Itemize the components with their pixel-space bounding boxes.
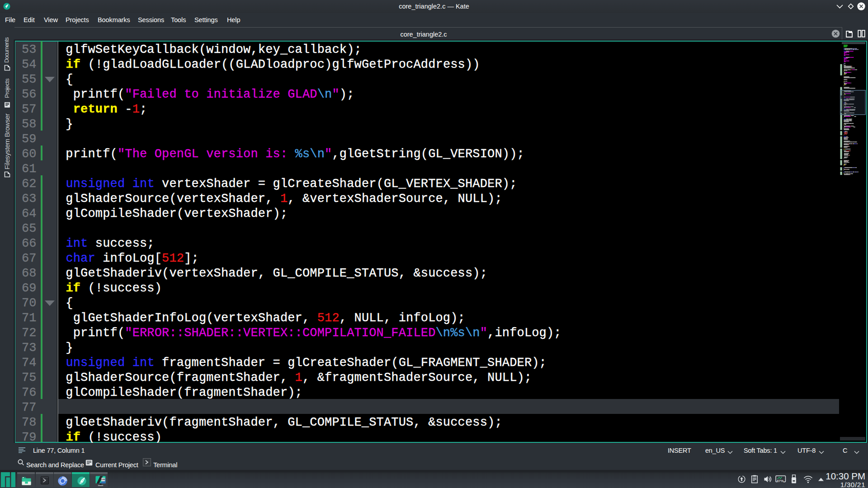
svg-text:100: 100	[101, 478, 105, 481]
svg-text:87%: 87%	[777, 479, 783, 483]
